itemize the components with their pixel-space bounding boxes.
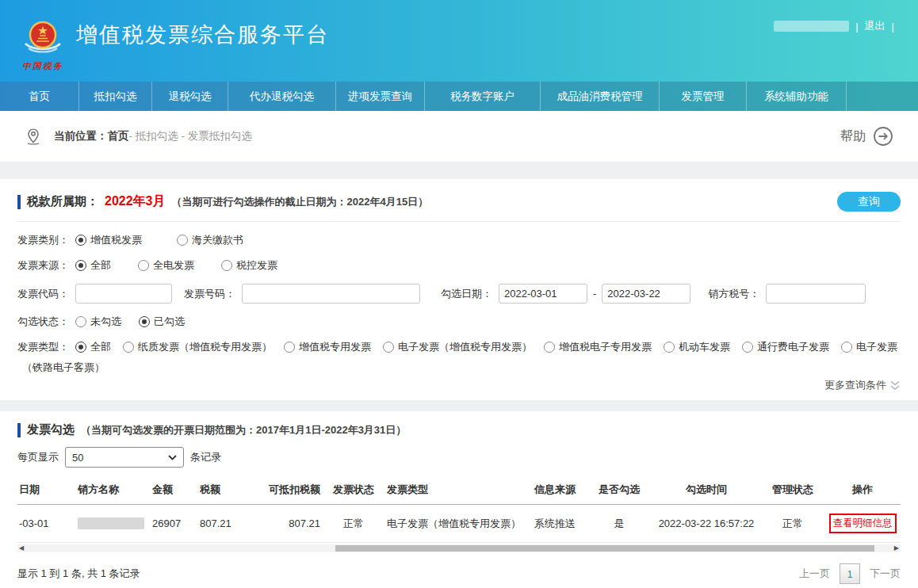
radio-label: 电子发票（增值税专用发票）	[398, 340, 532, 354]
radio-icon	[177, 235, 188, 246]
radio-unchecked[interactable]: 未勾选	[75, 315, 121, 329]
check-date-from-input[interactable]	[499, 284, 587, 304]
page-size-value: 50	[72, 452, 83, 464]
radio-label: 全部	[90, 340, 111, 354]
radio-type-paper-special[interactable]: 纸质发票（增值税专用发票）	[123, 340, 272, 354]
cell-seller-name	[76, 505, 151, 543]
tax-period-note: （当期可进行勾选操作的截止日期为：2022年4月15日）	[172, 195, 429, 209]
radio-source-fully-digital[interactable]: 全电发票	[138, 258, 194, 273]
radio-source-all[interactable]: 全部	[75, 258, 111, 273]
nav-item-agent-refund-check[interactable]: 代办退税勾选	[228, 82, 336, 111]
invoice-table: 日期 销方名称 金额 税额 可抵扣税额 发票状态 发票类型 信息来源 是否勾选 …	[17, 475, 901, 543]
radio-label: 机动车发票	[679, 340, 730, 354]
table-footer: 显示 1 到 1 条, 共 1 条记录 上一页 1 下一页	[17, 563, 901, 584]
invoice-check-section-header: 发票勾选 （当期可勾选发票的开票日期范围为：2017年1月1日-2022年3月3…	[17, 422, 901, 437]
cell-deductible-tax: 807.21	[244, 505, 322, 543]
col-info-source: 信息来源	[523, 475, 587, 505]
page-size-prefix: 每页显示	[17, 450, 59, 464]
category-label: 发票类别：	[17, 233, 69, 247]
radio-type-e-railway[interactable]: 电子发票	[841, 340, 897, 354]
horizontal-scrollbar[interactable]: ◀ ▶	[17, 544, 901, 552]
table-header-row: 日期 销方名称 金额 税额 可抵扣税额 发票状态 发票类型 信息来源 是否勾选 …	[17, 475, 901, 505]
radio-type-e-special[interactable]: 电子发票（增值税专用发票）	[383, 340, 532, 354]
radio-icon	[75, 235, 86, 246]
nav-item-tax-refund-check[interactable]: 退税勾选	[152, 82, 228, 111]
radio-label: 全部	[90, 258, 111, 273]
radio-checked[interactable]: 已勾选	[139, 315, 185, 329]
radio-icon	[139, 316, 150, 327]
help-button[interactable]: 帮助	[840, 125, 894, 147]
col-check-time: 勾选时间	[652, 475, 761, 505]
invoice-check-title: 发票勾选	[27, 422, 75, 437]
scroll-left-icon[interactable]: ◀	[19, 544, 24, 552]
cell-is-checked: 是	[587, 505, 652, 543]
col-seller-name: 销方名称	[76, 475, 151, 505]
logout-link[interactable]: 退出	[865, 19, 885, 33]
invoice-code-input[interactable]	[75, 284, 172, 304]
col-deductible-tax: 可抵扣税额	[244, 475, 322, 505]
radio-type-vat-special[interactable]: 增值税专用发票	[284, 340, 371, 354]
invoice-code-label: 发票代码：	[17, 287, 69, 301]
tax-period-section-header: 税款所属期： 2022年3月 （当期可进行勾选操作的截止日期为：2022年4月1…	[17, 192, 901, 212]
nav-item-deduction-check[interactable]: 抵扣勾选	[79, 82, 152, 111]
scrollbar-thumb[interactable]	[335, 545, 874, 552]
seller-tax-no-input[interactable]	[766, 284, 866, 304]
date-range-separator: -	[593, 288, 596, 300]
tax-period-label: 税款所属期：	[27, 194, 98, 209]
view-detail-link[interactable]: 查看明细信息	[829, 514, 897, 533]
invoice-number-input[interactable]	[242, 284, 420, 304]
nav-item-invoice-management[interactable]: 发票管理	[660, 82, 747, 111]
cell-check-time: 2022-03-22 16:57:22	[652, 505, 761, 543]
col-action: 操作	[824, 475, 901, 505]
radio-type-motor-vehicle[interactable]: 机动车发票	[664, 340, 730, 354]
cell-amount: 26907	[151, 505, 198, 543]
more-conditions-label: 更多查询条件	[824, 378, 886, 392]
radio-icon	[664, 342, 675, 353]
filter-row-source: 发票来源： 全部 全电发票 税控发票	[17, 258, 901, 273]
page-size-select[interactable]: 50	[65, 447, 184, 468]
nav-item-system-aux[interactable]: 系统辅助功能	[747, 82, 847, 111]
nav-item-input-invoice-query[interactable]: 进项发票查询	[336, 82, 425, 111]
section-accent-bar	[17, 423, 21, 437]
tax-emblem-icon	[21, 15, 65, 59]
prev-page-button[interactable]: 上一页	[799, 567, 830, 581]
help-label: 帮助	[840, 128, 866, 145]
query-button[interactable]: 查询	[837, 192, 901, 212]
more-conditions-link[interactable]: 更多查询条件	[17, 378, 901, 392]
radio-customs-payment[interactable]: 海关缴款书	[177, 233, 243, 247]
radio-label: 未勾选	[90, 315, 121, 329]
nav-item-refined-oil-tax[interactable]: 成品油消费税管理	[541, 82, 660, 111]
radio-type-toll-e[interactable]: 通行费电子发票	[742, 340, 829, 354]
radio-icon	[75, 342, 86, 353]
col-amount: 金额	[151, 475, 198, 505]
radio-icon	[544, 342, 555, 353]
check-status-label: 勾选状态：	[17, 315, 69, 329]
page-number-button[interactable]: 1	[840, 563, 860, 584]
section-divider-band	[0, 162, 918, 179]
cell-action: 查看明细信息	[824, 505, 901, 543]
radio-type-all[interactable]: 全部	[75, 340, 111, 354]
nav-item-tax-digital-account[interactable]: 税务数字账户	[425, 82, 541, 111]
radio-vat-invoice[interactable]: 增值税发票	[75, 233, 142, 247]
filter-row-check-status: 勾选状态： 未勾选 已勾选	[17, 315, 901, 329]
next-page-button[interactable]: 下一页	[870, 567, 901, 581]
nav-item-home[interactable]: 首页	[0, 82, 79, 111]
filter-row-category: 发票类别： 增值税发票 海关缴款书	[17, 233, 901, 247]
radio-source-tax-controlled[interactable]: 税控发票	[221, 258, 277, 273]
divider-line	[17, 221, 901, 222]
radio-icon	[383, 342, 394, 353]
col-mgmt-status: 管理状态	[761, 475, 824, 505]
section-divider-band	[0, 400, 918, 411]
double-chevron-down-icon	[889, 380, 901, 391]
invoice-number-label: 发票号码：	[184, 287, 235, 301]
radio-type-vat-e-special[interactable]: 增值税电子专用发票	[544, 340, 652, 354]
nav-filler	[847, 82, 918, 111]
breadcrumb-path: - 抵扣勾选 - 发票抵扣勾选	[129, 129, 252, 143]
col-is-checked: 是否勾选	[587, 475, 652, 505]
scroll-right-icon[interactable]: ▶	[894, 544, 899, 552]
invoice-type-label: 发票类型：	[17, 340, 69, 354]
check-date-to-input[interactable]	[602, 284, 690, 304]
radio-icon	[123, 342, 134, 353]
cell-date: -03-01	[17, 505, 76, 543]
app-title: 增值税发票综合服务平台	[76, 21, 329, 49]
